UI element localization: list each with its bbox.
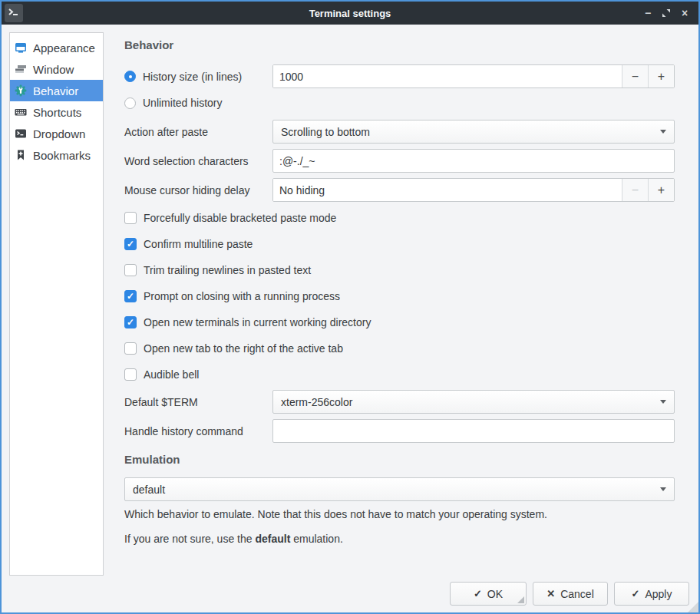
handle-history-row: Handle history command: [124, 419, 675, 443]
emulation-help-text: Which behavior to emulate. Note that thi…: [124, 508, 547, 520]
audible-bell-checkbox[interactable]: [124, 368, 137, 381]
mouse-cursor-delay-row: Mouse cursor hiding delay − +: [124, 178, 675, 202]
dialog-footer: ✓ OK ✕ Cancel ✓ Apply: [450, 582, 689, 606]
sidebar-item-bookmarks[interactable]: Bookmarks: [10, 144, 103, 166]
chevron-down-icon: [660, 130, 666, 134]
checkbox-row: Prompt on closing with a running process: [124, 289, 675, 304]
checkbox-row: Forcefully disable bracketed paste mode: [124, 210, 675, 226]
sidebar-item-label: Appearance: [33, 41, 95, 54]
terminal-settings-window: Terminal settings − × Appearance: [0, 0, 700, 614]
checkbox-label: Confirm multiline paste: [144, 238, 253, 250]
checkbox-label: Forcefully disable bracketed paste mode: [144, 212, 336, 224]
default-term-row: Default $TERM xterm-256color: [124, 390, 675, 414]
history-size-input[interactable]: [273, 65, 622, 87]
dropdown-value: xterm-256color: [281, 396, 352, 408]
terminal-app-icon[interactable]: [5, 4, 23, 22]
trim-trailing-newlines-checkbox[interactable]: [124, 264, 137, 276]
action-after-paste-dropdown[interactable]: Scrolling to bottom: [272, 120, 675, 144]
sidebar-item-shortcuts[interactable]: Shortcuts: [10, 101, 103, 123]
history-size-radio[interactable]: [124, 71, 136, 82]
word-selection-input[interactable]: [272, 149, 675, 173]
sidebar-item-label: Window: [33, 63, 74, 76]
checkbox-row: Confirm multiline paste: [124, 236, 675, 252]
cross-icon: ✕: [546, 588, 555, 599]
history-size-option: History size (in lines): [124, 71, 272, 83]
ok-button-label: OK: [487, 588, 503, 600]
terminal-icon: [7, 6, 21, 20]
emulation-dropdown[interactable]: default: [124, 477, 675, 501]
checkbox-label: Prompt on closing with a running process: [144, 290, 340, 302]
checkbox-label: Trim trailing newlines in pasted text: [144, 264, 311, 276]
window-title: Terminal settings: [2, 8, 698, 19]
gear-wrench-icon: [15, 84, 27, 97]
terminal-icon: [15, 127, 27, 140]
keyboard-icon: [15, 106, 27, 118]
checkbox-row: Open new tab to the right of the active …: [124, 341, 675, 356]
unlimited-history-row: Unlimited history: [124, 95, 675, 111]
sidebar-item-behavior[interactable]: Behavior: [10, 80, 103, 101]
resize-grip[interactable]: [688, 602, 698, 612]
checkbox-row: Open new terminals in current working di…: [124, 315, 675, 330]
sidebar-item-label: Shortcuts: [33, 106, 81, 119]
chevron-down-icon: [660, 400, 666, 404]
history-size-decrement-button[interactable]: −: [622, 65, 648, 87]
section-heading: Emulation: [124, 453, 180, 466]
close-icon: ×: [682, 7, 688, 19]
handle-history-input[interactable]: [272, 419, 675, 443]
bookmark-icon: [15, 149, 27, 161]
restore-icon: [662, 8, 671, 18]
open-terminals-cwd-checkbox[interactable]: [124, 316, 137, 328]
unlimited-history-label: Unlimited history: [143, 97, 222, 109]
default-term-dropdown[interactable]: xterm-256color: [272, 390, 675, 414]
section-heading: Behavior: [124, 38, 173, 51]
dropdown-value: default: [133, 484, 165, 496]
word-selection-row: Word selection characters: [124, 149, 675, 173]
emulation-section-heading-row: Emulation: [124, 453, 675, 466]
cancel-button[interactable]: ✕ Cancel: [533, 582, 608, 606]
behavior-settings-panel: Behavior History size (in lines) − + Unl…: [124, 32, 675, 582]
check-icon: ✓: [474, 588, 482, 599]
history-size-label: History size (in lines): [143, 71, 242, 83]
open-tab-right-checkbox[interactable]: [124, 342, 137, 355]
emulation-combo-row: default: [124, 477, 675, 501]
check-icon: ✓: [632, 588, 640, 599]
checkbox-label: Open new tab to the right of the active …: [144, 342, 343, 355]
apply-button-label: Apply: [645, 588, 672, 600]
titlebar: Terminal settings − ×: [2, 2, 698, 25]
chevron-down-icon: [660, 487, 666, 491]
behavior-section-heading-row: Behavior: [124, 38, 675, 51]
mouse-cursor-delay-decrement-button[interactable]: −: [622, 179, 648, 201]
cancel-button-label: Cancel: [560, 588, 594, 600]
ok-button[interactable]: ✓ OK: [450, 582, 527, 606]
mouse-cursor-delay-spinbox: − +: [272, 178, 675, 202]
maximize-button[interactable]: [657, 4, 675, 22]
checkbox-row: Trim trailing newlines in pasted text: [124, 262, 675, 278]
checkbox-label: Audible bell: [144, 368, 199, 381]
mouse-cursor-delay-input[interactable]: [273, 179, 622, 201]
sidebar-item-dropdown[interactable]: Dropdown: [10, 123, 103, 144]
close-button[interactable]: ×: [675, 4, 694, 22]
word-selection-label: Word selection characters: [124, 155, 272, 167]
action-after-paste-label: Action after paste: [124, 126, 272, 138]
apply-button[interactable]: ✓ Apply: [614, 582, 689, 606]
history-size-increment-button[interactable]: +: [648, 65, 674, 87]
minimize-button[interactable]: −: [639, 4, 657, 22]
sidebar-item-label: Dropdown: [33, 127, 85, 140]
default-term-label: Default $TERM: [124, 396, 272, 408]
sidebar-item-window[interactable]: Window: [10, 58, 103, 80]
dropdown-value: Scrolling to bottom: [281, 126, 370, 138]
sidebar-item-label: Bookmarks: [33, 149, 91, 162]
confirm-multiline-paste-checkbox[interactable]: [124, 238, 137, 250]
prompt-on-closing-checkbox[interactable]: [124, 290, 137, 302]
settings-sidebar: Appearance Window: [9, 32, 104, 576]
window-controls: − ×: [639, 2, 694, 25]
emulation-help-row: Which behavior to emulate. Note that thi…: [124, 507, 675, 522]
bracketed-paste-checkbox[interactable]: [124, 212, 137, 224]
checkbox-row: Audible bell: [124, 367, 675, 382]
sidebar-item-label: Behavior: [33, 84, 78, 97]
unlimited-history-radio[interactable]: [124, 97, 136, 109]
mouse-cursor-delay-increment-button[interactable]: +: [648, 179, 674, 201]
display-icon: [15, 41, 27, 54]
minimize-icon: −: [645, 7, 651, 19]
sidebar-item-appearance[interactable]: Appearance: [10, 37, 103, 58]
